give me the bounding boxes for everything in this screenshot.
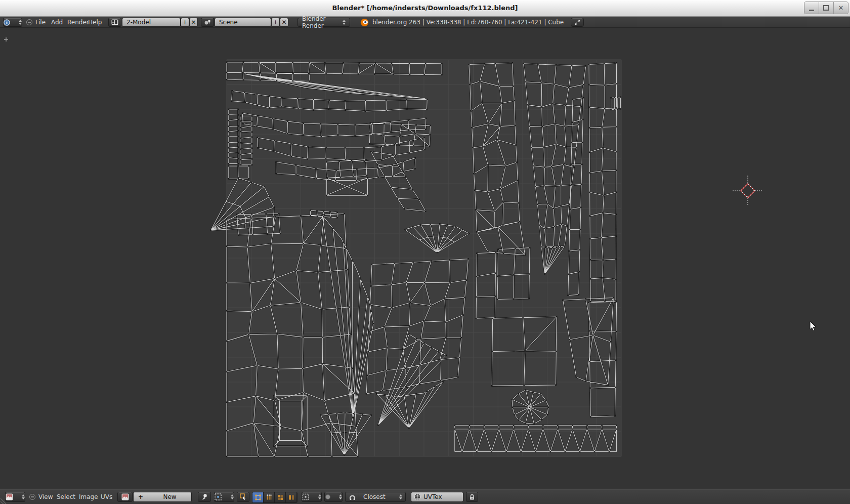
plus-icon: +: [182, 19, 187, 26]
face-mode-icon: [277, 494, 284, 501]
uv-sync-selection-toggle[interactable]: [237, 492, 249, 502]
expand-arrows-icon: [574, 19, 580, 25]
uv-editor-header: View Select Image UVs + New: [0, 489, 850, 504]
window-title: Blender* [/home/indersts/Downloads/fx112…: [0, 0, 850, 16]
select-mode-vertex-button[interactable]: [252, 492, 264, 502]
snap-mode-dropdown[interactable]: Closest: [345, 492, 406, 502]
island-mode-icon: [288, 494, 295, 501]
info-header: File Add Render Help 2-Model + ✕ Scene +…: [0, 17, 850, 28]
scene-name: Scene: [219, 19, 238, 26]
render-engine-dropdown[interactable]: Blender Render: [298, 18, 350, 27]
select-mode-island-button[interactable]: [286, 492, 297, 502]
blender-logo-icon: [360, 18, 369, 27]
screen-layout-icon: [111, 19, 118, 25]
menu-file[interactable]: File: [35, 19, 46, 26]
vertex-mode-icon: [254, 494, 262, 501]
snap-mode-value: Closest: [359, 493, 386, 500]
editor-type-selector-image[interactable]: [5, 492, 25, 502]
new-image-button[interactable]: + New: [133, 492, 192, 502]
screen-layout-delete-button[interactable]: ✕: [189, 18, 198, 27]
plus-icon: +: [273, 19, 278, 26]
stepper-arrows-icon: [19, 494, 25, 499]
select-mode-face-button[interactable]: [275, 492, 286, 502]
snap-target-icon: [215, 493, 222, 500]
dropdown-arrows-icon: [340, 20, 346, 25]
uv-wireframe-canvas: [0, 28, 850, 489]
screen-layout-add-button[interactable]: +: [181, 18, 189, 27]
editor-type-selector-info[interactable]: [3, 18, 22, 27]
uv-image-editor-area[interactable]: [0, 28, 850, 489]
plus-icon: +: [134, 493, 148, 500]
close-button[interactable]: ✕: [833, 2, 848, 14]
dropdown-arrows-icon: [397, 494, 405, 499]
uv-map-field[interactable]: UVTex: [411, 492, 463, 502]
close-icon: ✕: [838, 4, 844, 12]
maximize-button[interactable]: [819, 2, 833, 14]
edge-mode-icon: [266, 494, 273, 501]
sticky-selection-dropdown[interactable]: [302, 492, 322, 502]
fullscreen-toggle-button[interactable]: [571, 18, 584, 27]
x-icon: ✕: [191, 19, 196, 26]
pin-button[interactable]: [198, 492, 211, 502]
uv-texture-sphere-icon: [414, 493, 421, 500]
snap-target-dropdown[interactable]: [214, 492, 234, 502]
menu-uvs[interactable]: UVs: [101, 493, 112, 500]
render-engine-value: Blender Render: [302, 15, 340, 29]
scene-statistics: blender.org 263 | Ve:338-338 | Ed:760-76…: [372, 19, 564, 26]
stepper-arrows-icon: [16, 20, 22, 25]
x-icon: ✕: [281, 19, 286, 26]
titlebar: Blender* [/home/indersts/Downloads/fx112…: [0, 0, 850, 17]
dropdown-arrows-icon: [228, 494, 234, 499]
scene-name-field[interactable]: Scene: [215, 18, 271, 27]
uv-map-name: UVTex: [423, 493, 442, 500]
screen-layout-name: 2-Model: [126, 19, 151, 26]
pin-icon: [201, 493, 208, 500]
scene-browse-button[interactable]: [201, 18, 214, 27]
minimize-button[interactable]: [804, 2, 819, 14]
menu-add[interactable]: Add: [51, 19, 63, 26]
menu-help[interactable]: Help: [88, 19, 102, 26]
menu-view[interactable]: View: [38, 493, 53, 500]
proportional-edit-dropdown[interactable]: [324, 492, 343, 502]
image-editor-icon: [6, 493, 13, 500]
menu-render[interactable]: Render: [67, 19, 89, 26]
snap-magnet-icon: [349, 494, 356, 500]
uv-map-lock-button[interactable]: [466, 492, 478, 502]
lock-icon: [469, 494, 475, 500]
scene-add-button[interactable]: +: [271, 18, 280, 27]
info-editor-icon: [4, 19, 10, 26]
dropdown-arrows-icon: [316, 494, 321, 499]
maximize-icon: [823, 5, 829, 11]
proportional-edit-icon: [325, 494, 331, 500]
screen-layout-name-field[interactable]: 2-Model: [122, 18, 181, 27]
menu-select[interactable]: Select: [57, 493, 75, 500]
collapse-menus-button[interactable]: [29, 494, 35, 500]
dropdown-arrows-icon: [336, 494, 342, 499]
sync-cursor-icon: [240, 493, 247, 500]
image-browse-icon: [121, 493, 129, 500]
select-mode-edge-button[interactable]: [264, 492, 275, 502]
image-browse-button[interactable]: [117, 492, 133, 502]
collapse-menus-button[interactable]: [26, 19, 32, 25]
screen-layout-browse-button[interactable]: [108, 18, 121, 27]
window-controls: ✕: [804, 2, 848, 14]
scene-icon: [204, 19, 211, 25]
minimize-icon: [809, 10, 814, 11]
sticky-selection-icon: [302, 493, 309, 500]
menu-image[interactable]: Image: [79, 493, 98, 500]
scene-delete-button[interactable]: ✕: [280, 18, 288, 27]
new-image-label: New: [148, 493, 191, 500]
uv-select-mode-group: [252, 492, 298, 503]
